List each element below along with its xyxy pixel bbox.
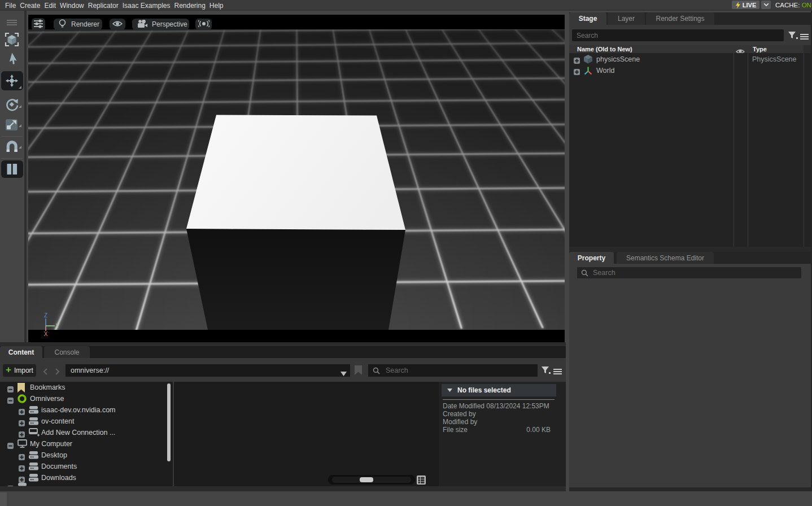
svg-text:X: X xyxy=(44,331,48,337)
svg-text:Y: Y xyxy=(56,323,60,329)
svg-text:Z: Z xyxy=(44,312,47,319)
